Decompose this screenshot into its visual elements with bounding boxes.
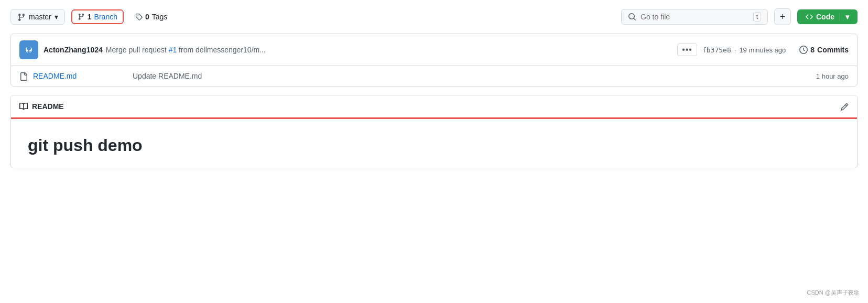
avatar xyxy=(19,40,38,59)
branch-icon xyxy=(17,12,26,21)
file-name[interactable]: README.md xyxy=(33,72,127,80)
file-row: README.md Update README.md 1 hour ago xyxy=(11,66,857,86)
readme-title-container: README xyxy=(19,102,64,111)
branch-chevron-icon: ▾ xyxy=(55,13,58,21)
readme-heading: git push demo xyxy=(28,136,840,155)
tag-text: Tags xyxy=(152,13,168,21)
commits-count: 8 xyxy=(810,46,815,54)
branch-name: master xyxy=(29,13,51,21)
commit-separator: · xyxy=(734,46,736,54)
file-time: 1 hour ago xyxy=(816,72,849,80)
commit-meta: fb375e8 · 19 minutes ago xyxy=(702,46,786,54)
search-shortcut-badge: t xyxy=(753,12,761,21)
commit-time: 19 minutes ago xyxy=(739,46,786,54)
branch-selector[interactable]: master ▾ xyxy=(10,9,65,24)
file-icon xyxy=(19,71,28,81)
add-button[interactable]: + xyxy=(774,8,791,25)
readme-body: git push demo xyxy=(11,119,857,168)
commit-dots-button[interactable]: ••• xyxy=(677,44,697,56)
tag-count: 0 xyxy=(145,13,149,21)
readme-title: README xyxy=(32,102,64,111)
branches-link[interactable]: 1 Branch xyxy=(71,9,124,24)
commits-link[interactable]: 8 Commits xyxy=(799,46,849,54)
commit-hash[interactable]: fb375e8 xyxy=(702,46,731,54)
commits-label: Commits xyxy=(817,46,849,54)
commit-info: ActonZhang1024 Merge pull request #1 fro… xyxy=(44,46,672,54)
code-btn-label: Code xyxy=(816,13,834,21)
top-bar: master ▾ 1 Branch 0 Tags t + xyxy=(10,8,858,25)
branch-text: Branch xyxy=(94,13,117,21)
file-commit-message: Update README.md xyxy=(133,72,811,80)
svg-rect-0 xyxy=(23,44,35,56)
search-box[interactable]: t xyxy=(621,9,768,25)
commit-message: Merge pull request #1 from dellmessenger… xyxy=(106,46,266,54)
commit-row: ActonZhang1024 Merge pull request #1 fro… xyxy=(11,34,857,66)
readme-header: README xyxy=(11,95,857,119)
code-btn-chevron: ▾ xyxy=(845,13,849,21)
code-button[interactable]: Code ▾ xyxy=(797,9,858,24)
branch-count: 1 xyxy=(88,13,92,21)
pr-link[interactable]: #1 xyxy=(169,46,177,54)
readme-card: README git push demo xyxy=(10,95,858,168)
edit-icon[interactable] xyxy=(840,102,849,111)
commit-author[interactable]: ActonZhang1024 xyxy=(44,46,103,54)
tags-link[interactable]: 0 Tags xyxy=(130,10,172,24)
search-input[interactable] xyxy=(641,13,749,21)
repo-card: ActonZhang1024 Merge pull request #1 fro… xyxy=(10,34,858,86)
